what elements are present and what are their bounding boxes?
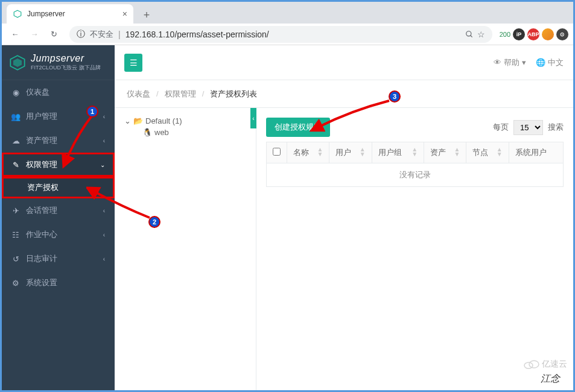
svg-marker-4 (13, 58, 22, 67)
chevron-left-icon: ‹ (103, 207, 105, 214)
th-usergroup[interactable]: 用户组▲▼ (372, 142, 424, 163)
sidebar: Jumpserver FIT2CLOUD飞致云 旗下品牌 ◉ 仪表盘 👥 用户管… (2, 45, 115, 390)
tree-panel: ‹ ⌄ 📂 Default (1) 🐧 web (115, 108, 256, 390)
logo-icon (9, 54, 26, 71)
help-label: 帮助 (504, 57, 519, 68)
browser-toolbar: ← → ↻ ⓘ 不安全 | 192.168.1.10/perms/asset-p… (2, 24, 573, 45)
nav-asset-auth[interactable]: 资产授权 (2, 177, 115, 198)
nav-label: 资产管理 (26, 135, 57, 146)
caret-down-icon: ▾ (522, 58, 526, 67)
th-sysuser[interactable]: 系统用户 (509, 142, 563, 163)
sidebar-toggle-button[interactable]: ☰ (124, 54, 142, 72)
nav-dashboard[interactable]: ◉ 仪表盘 (2, 80, 115, 104)
bc-perm[interactable]: 权限管理 (165, 89, 196, 100)
th-name[interactable]: 名称▲▼ (287, 142, 329, 163)
empty-message: 没有记录 (267, 163, 564, 187)
breadcrumb: 仪表盘 / 权限管理 / 资产授权列表 (115, 80, 573, 108)
lang-link[interactable]: 🌐 中文 (536, 57, 564, 68)
back-button[interactable]: ← (7, 26, 24, 43)
nav-label: 会话管理 (26, 205, 57, 216)
security-warning: 不安全 (90, 29, 113, 40)
logo-title: Jumpserver (31, 53, 101, 64)
caret-down-icon: ⌄ (124, 116, 131, 125)
watermark: 亿速云 (524, 359, 567, 370)
nav-user-mgmt[interactable]: 👥 用户管理 ‹ (2, 104, 115, 128)
svg-point-9 (529, 361, 539, 368)
annotation-marker-1: 1 (86, 106, 98, 118)
select-all-checkbox[interactable] (273, 148, 281, 156)
tree-root[interactable]: ⌄ 📂 Default (1) (124, 115, 246, 127)
annotation-marker-3: 3 (389, 90, 401, 103)
ext-ip-icon[interactable]: iP (513, 28, 525, 40)
tree-child-label: web (154, 128, 169, 137)
sort-icon: ▲▼ (360, 147, 366, 157)
sort-icon: ▲▼ (411, 147, 418, 157)
nav-label: 仪表盘 (26, 87, 49, 98)
help-link[interactable]: 👁 帮助 ▾ (494, 57, 526, 68)
ext-abp-icon[interactable]: ABP (527, 28, 539, 40)
gear-icon: ⚙ (11, 279, 20, 288)
nav-asset-mgmt[interactable]: ☁ 资产管理 ‹ (2, 128, 115, 153)
bookmark-icon[interactable]: ☆ (477, 30, 485, 39)
topbar: ☰ 👁 帮助 ▾ 🌐 中文 (115, 45, 573, 80)
ext-gray-icon[interactable]: ⊙ (556, 28, 568, 40)
table-panel: 创建授权规则 每页 15 搜索 名称▲▼ 用户▲▼ (256, 108, 573, 390)
search-in-page-icon[interactable] (465, 30, 474, 39)
eye-icon: 👁 (494, 58, 501, 67)
chevron-down-icon: ⌄ (100, 162, 105, 168)
sort-icon: ▲▼ (317, 147, 323, 157)
history-icon: ↺ (11, 254, 20, 264)
sort-icon: ▲▼ (497, 147, 503, 157)
tree-collapse-button[interactable]: ‹ (250, 108, 256, 128)
th-node[interactable]: 节点▲▼ (466, 142, 509, 163)
th-user[interactable]: 用户▲▼ (329, 142, 372, 163)
bc-dashboard[interactable]: 仪表盘 (127, 89, 150, 100)
chevron-left-icon: ‹ (103, 138, 105, 144)
search-label: 搜索 (548, 122, 564, 133)
nav-label: 用户管理 (26, 111, 57, 122)
table-toolbar: 创建授权规则 每页 15 搜索 (266, 118, 564, 137)
extension-icons: 200 iP ABP ⊙ (500, 28, 568, 40)
cloud-icon: ☁ (11, 136, 20, 145)
browser-tab[interactable]: Jumpserver × (7, 4, 133, 24)
edit-icon: ✎ (11, 160, 20, 169)
url-separator: | (118, 30, 121, 39)
th-asset[interactable]: 资产▲▼ (424, 142, 466, 163)
nav-session-mgmt[interactable]: ✈ 会话管理 ‹ (2, 198, 115, 223)
globe-icon: 🌐 (536, 58, 545, 67)
tab-favicon-icon (13, 9, 22, 19)
new-tab-button[interactable]: + (138, 7, 155, 24)
url-bar[interactable]: ⓘ 不安全 | 192.168.1.10/perms/asset-permiss… (69, 26, 492, 43)
nav-label: 日志审计 (26, 253, 57, 264)
lang-label: 中文 (548, 57, 564, 68)
url-text: 192.168.1.10/perms/asset-permission/ (125, 30, 269, 39)
per-page-select[interactable]: 15 (513, 120, 543, 135)
table-empty-row: 没有记录 (267, 163, 564, 187)
folder-open-icon: 📂 (133, 116, 143, 125)
nav-sub-label: 资产授权 (27, 182, 59, 193)
nav-perm-mgmt[interactable]: ✎ 权限管理 ⌄ (2, 153, 115, 177)
tab-close-icon[interactable]: × (122, 9, 127, 19)
users-icon: 👥 (11, 112, 20, 121)
nav-job-center[interactable]: ☷ 作业中心 ‹ (2, 223, 115, 247)
dashboard-icon: ◉ (11, 88, 20, 97)
nav-system-settings[interactable]: ⚙ 系统设置 (2, 271, 115, 295)
ext-orange-icon[interactable] (542, 28, 554, 40)
bc-sep: / (156, 89, 159, 98)
tree-child[interactable]: 🐧 web (124, 127, 246, 138)
reload-button[interactable]: ↻ (45, 26, 62, 43)
nav-sub-perm: 资产授权 (2, 177, 115, 198)
data-table: 名称▲▼ 用户▲▼ 用户组▲▼ 资产▲▼ 节点▲▼ 系统用户 没有记录 (266, 142, 564, 187)
stack-icon: ☷ (11, 230, 20, 239)
sort-icon: ▲▼ (454, 147, 460, 157)
create-rule-button[interactable]: 创建授权规则 (266, 118, 330, 137)
browser-tab-strip: Jumpserver × + (2, 2, 573, 24)
th-checkbox[interactable] (267, 142, 287, 163)
forward-button[interactable]: → (26, 26, 43, 43)
nav-log-audit[interactable]: ↺ 日志审计 ‹ (2, 247, 115, 271)
info-icon: ⓘ (77, 29, 85, 40)
bc-current: 资产授权列表 (210, 89, 257, 100)
chevron-left-icon: ‹ (103, 256, 105, 262)
ext-status[interactable]: 200 (500, 31, 510, 38)
linux-icon: 🐧 (142, 128, 152, 137)
